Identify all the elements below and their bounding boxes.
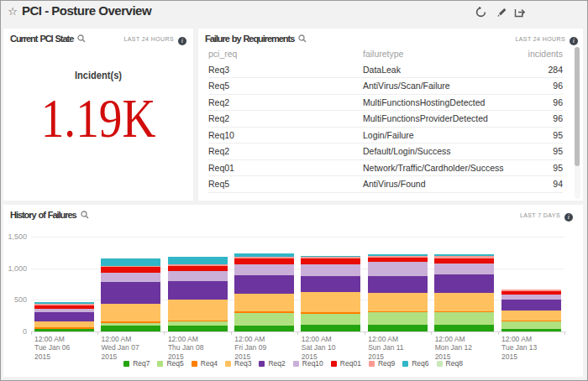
bar-segment-req01-5[interactable] [301, 258, 360, 264]
bar-segment-req6-3[interactable] [168, 257, 228, 264]
bar-segment-req01-8[interactable] [501, 291, 561, 295]
bar-segment-req10-8[interactable] [501, 295, 561, 300]
bar-segment-req7-4[interactable] [234, 326, 294, 331]
bar-segment-req6-2[interactable] [101, 258, 160, 265]
legend-item-req8[interactable]: Req8 [437, 359, 463, 368]
table-row[interactable]: Req01Network/Traffic/Cardholder/Success9… [208, 160, 563, 177]
bar-segment-req5-8[interactable] [501, 321, 561, 328]
bar-segment-req9-4[interactable] [234, 257, 294, 258]
legend-item-req9[interactable]: Req9 [369, 359, 395, 368]
bar-segment-req9-7[interactable] [434, 256, 494, 258]
legend-item-req3[interactable]: Req3 [225, 359, 251, 368]
bar-segment-req10-3[interactable] [168, 271, 228, 281]
bar-segment-req6-4[interactable] [234, 253, 294, 258]
bar-segment-req01-7[interactable] [434, 258, 494, 264]
bar-segment-req5-4[interactable] [234, 313, 294, 326]
bar-segment-req10-5[interactable] [301, 264, 360, 276]
table-row[interactable]: Req5AntiVirus/Found94 [208, 176, 563, 193]
bar-segment-req2-4[interactable] [234, 275, 294, 294]
bar-segment-req01-3[interactable] [168, 266, 228, 272]
col-header-pci-req[interactable]: pci_req [208, 49, 237, 59]
bar-segment-req5-3[interactable] [168, 321, 228, 326]
bar-segment-req7-5[interactable] [301, 325, 360, 331]
bar-segment-req3-3[interactable] [168, 300, 228, 321]
bar-segment-req2-1[interactable] [34, 312, 94, 321]
legend-item-req01[interactable]: Req01 [331, 359, 361, 368]
table-row[interactable]: Req2MultiFunctionsHostingDetected96 [208, 95, 563, 112]
bar-segment-req3-8[interactable] [501, 311, 561, 321]
bar-segment-req7-7[interactable] [434, 325, 494, 331]
bar-segment-req9-8[interactable] [501, 290, 561, 291]
bar-segment-req01-6[interactable] [368, 258, 428, 262]
bar-segment-req5-7[interactable] [434, 312, 494, 325]
bar-segment-req4-7[interactable] [434, 311, 494, 313]
refresh-icon[interactable] [475, 7, 486, 18]
bar-segment-req5-2[interactable] [101, 323, 160, 326]
bar-segment-req01-1[interactable] [34, 305, 94, 309]
legend-item-req6[interactable]: Req6 [402, 359, 428, 368]
bar-segment-req2-5[interactable] [301, 276, 360, 292]
legend-item-req4[interactable]: Req4 [192, 359, 218, 368]
bar-segment-req9-5[interactable] [301, 257, 360, 258]
legend-item-req10[interactable]: Req10 [293, 359, 323, 368]
legend-item-req7[interactable]: Req7 [123, 359, 150, 368]
legend-item-req2[interactable]: Req2 [259, 359, 285, 368]
bar-segment-req3-5[interactable] [301, 292, 360, 312]
bar-segment-req2-3[interactable] [168, 281, 228, 300]
bar-segment-req2-2[interactable] [101, 282, 160, 303]
bar-segment-req2-8[interactable] [501, 300, 561, 310]
bar-segment-req01-4[interactable] [234, 258, 294, 265]
bar-segment-req10-4[interactable] [234, 264, 294, 274]
table-row[interactable]: Req10Login/Failure95 [208, 128, 563, 144]
bar-segment-req7-6[interactable] [368, 325, 428, 331]
bar-segment-req4-3[interactable] [168, 321, 228, 321]
info-icon[interactable]: i [570, 37, 578, 45]
bar-segment-req6-6[interactable] [368, 254, 428, 255]
bar-segment-req10-6[interactable] [368, 262, 428, 276]
zoom-search-icon[interactable] [298, 34, 307, 44]
bar-segment-req9-3[interactable] [168, 264, 228, 266]
table-row[interactable]: Req5AntiVirus/Scan/Failure96 [208, 78, 563, 95]
info-icon[interactable]: i [178, 37, 186, 45]
bar-segment-req9-6[interactable] [368, 256, 428, 258]
bar-segment-req4-1[interactable] [34, 327, 94, 328]
bar-segment-req01-2[interactable] [101, 267, 160, 273]
bar-segment-req3-4[interactable] [234, 294, 294, 312]
bar-segment-req4-6[interactable] [368, 311, 428, 313]
bar-segment-req5-5[interactable] [301, 314, 360, 325]
bar-segment-req2-6[interactable] [368, 276, 428, 294]
bar-segment-req4-2[interactable] [101, 321, 160, 323]
legend-item-req5[interactable]: Req5 [157, 359, 183, 368]
zoom-search-icon[interactable] [77, 34, 86, 44]
bar-segment-req3-6[interactable] [368, 293, 428, 311]
bar-segment-req10-1[interactable] [34, 309, 94, 312]
col-header-incidents[interactable]: incidents [528, 49, 563, 59]
table-row[interactable]: Req3DataLeak284 [208, 62, 563, 79]
bar-segment-req4-4[interactable] [234, 311, 294, 313]
col-header-failuretype[interactable]: failuretype [363, 49, 403, 59]
bar-segment-req10-7[interactable] [434, 264, 494, 274]
bar-segment-req6-1[interactable] [34, 302, 94, 305]
favorite-star-icon[interactable]: ☆ [6, 5, 19, 18]
table-row[interactable]: Req2MultiFunctionsProviderDetected96 [208, 111, 563, 128]
bar-segment-req9-1[interactable] [34, 304, 94, 305]
bar-segment-req3-2[interactable] [101, 304, 160, 321]
bar-segment-req2-7[interactable] [434, 274, 494, 293]
bar-segment-req4-8[interactable] [501, 321, 561, 322]
bar-segment-req3-1[interactable] [34, 321, 94, 328]
bar-segment-req7-3[interactable] [168, 326, 228, 331]
bar-segment-req5-6[interactable] [368, 312, 428, 325]
export-icon[interactable] [514, 7, 525, 18]
table-scrollbar-thumb[interactable] [575, 47, 580, 166]
bar-segment-req7-8[interactable] [501, 329, 561, 331]
bar-segment-req7-2[interactable] [101, 326, 160, 331]
table-row[interactable]: Req2Default/Login/Success95 [208, 144, 563, 160]
bar-segment-req10-2[interactable] [101, 273, 160, 282]
bar-segment-req4-5[interactable] [301, 312, 360, 314]
bar-segment-req6-7[interactable] [434, 254, 494, 257]
edit-icon[interactable] [496, 7, 507, 18]
bar-segment-req7-1[interactable] [34, 329, 94, 331]
bar-segment-req9-2[interactable] [101, 266, 160, 268]
bar-segment-req6-5[interactable] [301, 256, 360, 258]
bar-segment-req3-7[interactable] [434, 293, 494, 311]
